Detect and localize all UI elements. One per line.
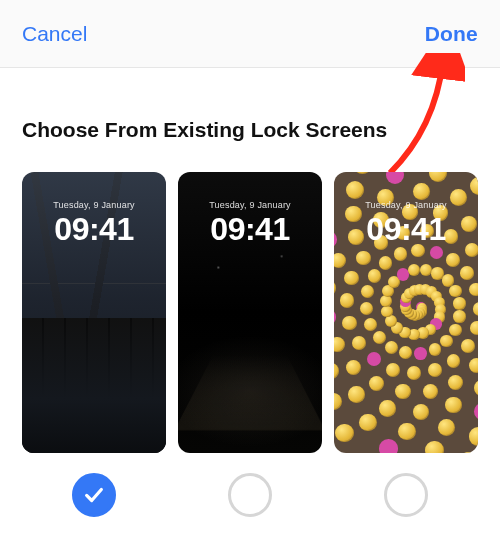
lockscreen-option[interactable]: Tuesday, 9 January 09:41 xyxy=(178,172,322,453)
lockscreen-clock: Tuesday, 9 January 09:41 xyxy=(22,200,166,248)
lockscreen-list: Tuesday, 9 January 09:41 Tuesday, 9 Janu… xyxy=(0,172,500,453)
lockscreen-date: Tuesday, 9 January xyxy=(209,200,291,210)
done-button[interactable]: Done xyxy=(425,22,478,46)
radio-wrap xyxy=(22,473,166,517)
check-icon xyxy=(83,484,105,506)
lockscreen-radio[interactable] xyxy=(228,473,272,517)
lockscreen-option[interactable]: Tuesday, 9 January 09:41 xyxy=(334,172,478,453)
lockscreen-clock: Tuesday, 9 January 09:41 xyxy=(178,200,322,248)
lockscreen-date: Tuesday, 9 January xyxy=(53,200,135,210)
lockscreen-time: 09:41 xyxy=(54,211,133,248)
lockscreen-option[interactable]: Tuesday, 9 January 09:41 xyxy=(22,172,166,453)
section-header: Choose From Existing Lock Screens xyxy=(0,68,500,172)
radio-wrap xyxy=(178,473,322,517)
lockscreen-time: 09:41 xyxy=(366,211,445,248)
modal-header: Cancel Done xyxy=(0,0,500,68)
selection-radios xyxy=(0,453,500,517)
lockscreen-time: 09:41 xyxy=(210,211,289,248)
lockscreen-date: Tuesday, 9 January xyxy=(365,200,447,210)
cancel-button[interactable]: Cancel xyxy=(22,22,87,46)
lockscreen-clock: Tuesday, 9 January 09:41 xyxy=(334,200,478,248)
lockscreen-radio[interactable] xyxy=(384,473,428,517)
radio-wrap xyxy=(334,473,478,517)
lockscreen-radio[interactable] xyxy=(72,473,116,517)
